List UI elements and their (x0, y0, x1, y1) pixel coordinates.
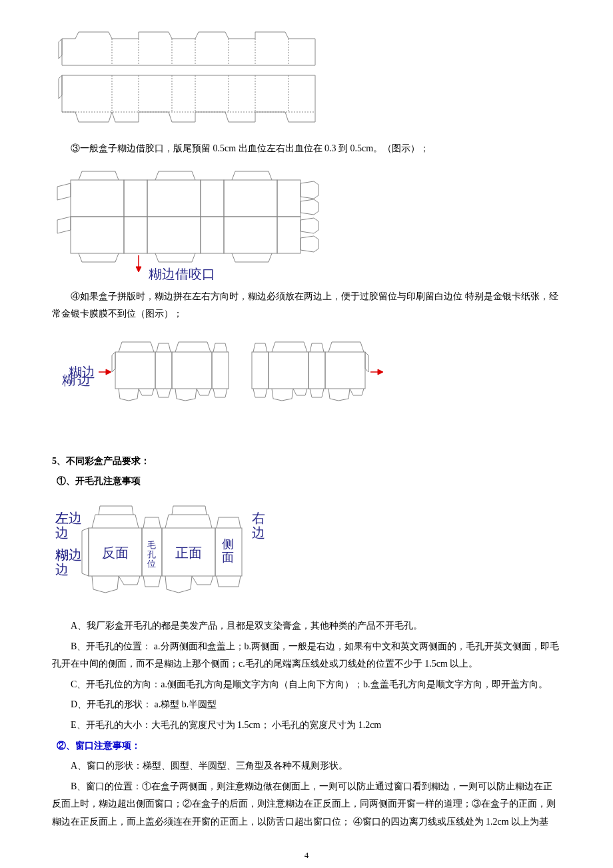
svg-rect-27 (224, 217, 277, 253)
item-5-1-D: D、开毛孔的形状： a.梯型 b.半圆型 (52, 696, 561, 714)
svg-rect-25 (147, 217, 201, 253)
diagram-3: 糊边 糊边 (65, 329, 561, 441)
diagram-4-panel-side: 侧面 (222, 537, 234, 564)
item-5-2-A: A、窗口的形状：梯型、圆型、半圆型、三角型及各种不规则形状。 (52, 757, 561, 775)
svg-rect-36 (269, 352, 308, 389)
sub-5-1-title: ①、开毛孔注意事项 (52, 473, 561, 491)
d4-left-top-line2: 边 (55, 525, 69, 540)
paragraph-4: ④如果盒子拼版时，糊边拼在左右方向时，糊边必须放在两边上，便于过胶留位与印刷留白… (52, 288, 561, 323)
svg-rect-33 (172, 352, 212, 389)
svg-rect-26 (201, 217, 224, 253)
svg-rect-32 (155, 352, 172, 389)
sub-5-2-title: ②、窗口注意事项： (52, 737, 561, 755)
svg-rect-28 (277, 217, 301, 253)
dieline-svg-3: 糊边 (65, 329, 385, 415)
diagram-2: 糊边借咬口 (52, 163, 561, 280)
diagram-2-caption: 糊边借咬口 (149, 267, 215, 280)
item-5-1-C: C、开毛孔位的方向：a.侧面毛孔方向是顺文字方向（自上向下方向）；b.盒盖毛孔方… (52, 676, 561, 694)
svg-rect-37 (308, 352, 325, 389)
diagram-4-right-top: 右边 (252, 511, 265, 540)
svg-rect-19 (147, 180, 201, 217)
dieline-svg-4: 左边 糊边 反面 毛孔位 正面 侧面 右边 (52, 496, 292, 609)
svg-marker-42 (378, 369, 383, 375)
svg-marker-30 (136, 267, 141, 272)
item-5-1-A: A、我厂彩盒开毛孔的都是美发产品，且都是双支染膏盒，其他种类的产品不开毛孔。 (52, 617, 561, 635)
diagram-4: 左边 糊边 反面 毛孔位 正面 侧面 右边 (52, 496, 561, 609)
svg-rect-23 (71, 217, 124, 253)
diagram-3-right-label: 糊边 (62, 373, 93, 387)
item-5-1-E: E、开毛孔的大小：大毛孔的宽度尺寸为 1.5cm； 小毛孔的宽度尺寸为 1.2c… (52, 717, 561, 735)
svg-rect-17 (71, 180, 124, 217)
svg-rect-31 (115, 352, 155, 389)
d4-left-bot-line1: 糊 (55, 547, 69, 562)
diagram-1 (52, 19, 561, 132)
svg-rect-38 (325, 352, 365, 389)
item-5-1-B: B、开毛孔的位置： a.分两侧面和盒盖上；b.两侧面，一般是右边，如果有中文和英… (52, 638, 561, 673)
svg-rect-20 (201, 180, 224, 217)
svg-rect-24 (124, 217, 147, 253)
svg-rect-22 (277, 180, 301, 217)
diagram-4-panel-pore: 毛孔位 (147, 540, 156, 569)
dieline-svg-1 (52, 19, 322, 132)
svg-marker-40 (106, 369, 111, 375)
page-number: 4 (52, 847, 561, 864)
diagram-4-panel-back: 反面 (102, 545, 129, 560)
svg-rect-34 (212, 352, 229, 389)
section-5-title: 5、不同彩盒产品要求： (52, 453, 561, 471)
paragraph-3: ③一般盒子糊边借胶口，版尾预留 0.5cm 出血位左右出血位在 0.3 到 0.… (52, 140, 561, 158)
svg-rect-35 (252, 352, 269, 389)
svg-rect-21 (224, 180, 277, 217)
diagram-4-panel-front: 正面 (175, 545, 202, 560)
d4-left-top-line1: 左 (55, 511, 69, 525)
d4-left-bot-line2: 边 (55, 562, 69, 577)
dieline-svg-2: 糊边借咬口 (52, 163, 332, 280)
svg-rect-18 (124, 180, 147, 217)
item-5-2-B: B、窗口的位置：①在盒子两侧面，则注意糊边做在侧面上，一则可以防止通过窗口看到糊… (52, 778, 561, 831)
